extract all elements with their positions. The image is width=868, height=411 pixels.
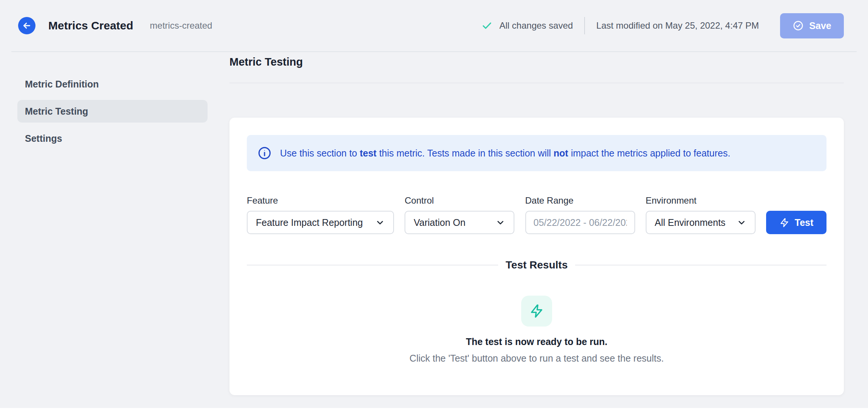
results-line-left (247, 265, 498, 265)
saved-status-text: All changes saved (499, 20, 573, 31)
sidebar-item-label: Metric Definition (25, 79, 99, 90)
ready-title: The test is now ready to be run. (466, 336, 607, 348)
section-divider (229, 83, 844, 83)
control-label: Control (405, 195, 514, 206)
results-line-right (575, 265, 826, 265)
test-config-row: Feature Feature Impact Reporting Control… (247, 195, 826, 234)
check-icon (481, 20, 492, 31)
page: Metrics Created metrics-created All chan… (0, 0, 868, 408)
section-heading: Metric Testing (229, 54, 844, 69)
check-circle-icon (793, 20, 804, 31)
ready-subtitle: Click the 'Test' button above to run a t… (409, 352, 664, 364)
last-modified-text: Last modified on May 25, 2022, 4:47 PM (596, 20, 759, 31)
page-title: Metrics Created (48, 19, 133, 32)
bolt-icon (779, 218, 790, 228)
test-button-label: Test (795, 217, 814, 228)
metric-testing-card: Use this section to test this metric. Te… (229, 118, 844, 395)
ready-state: The test is now ready to be run. Click t… (247, 273, 826, 364)
sidebar-item-label: Settings (25, 133, 62, 144)
arrow-left-icon (22, 21, 32, 31)
date-range-input[interactable] (525, 211, 635, 234)
info-banner: Use this section to test this metric. Te… (247, 135, 826, 171)
chevron-down-icon (731, 218, 746, 227)
test-results-title: Test Results (503, 259, 570, 271)
feature-select-value: Feature Impact Reporting (256, 217, 363, 228)
info-banner-text: Use this section to test this metric. Te… (280, 146, 730, 161)
environment-select-value: All Environments (655, 217, 726, 228)
chevron-down-icon (370, 218, 385, 227)
back-button[interactable] (18, 17, 35, 34)
sidebar-item-metric-testing[interactable]: Metric Testing (17, 100, 208, 123)
feature-select[interactable]: Feature Impact Reporting (247, 211, 394, 234)
page-key: metrics-created (150, 20, 212, 31)
control-select-value: Variation On (414, 217, 465, 228)
test-button[interactable]: Test (766, 211, 826, 234)
control-select[interactable]: Variation On (405, 211, 514, 234)
main-content: Metric Testing Use this section to test … (229, 52, 868, 395)
environment-label: Environment (646, 195, 756, 206)
bolt-tile (521, 296, 552, 327)
header-divider (584, 17, 585, 34)
top-header: Metrics Created metrics-created All chan… (0, 0, 868, 51)
save-button[interactable]: Save (780, 13, 844, 38)
sidebar-item-settings[interactable]: Settings (17, 127, 208, 150)
environment-select[interactable]: All Environments (646, 211, 756, 234)
chevron-down-icon (490, 218, 505, 227)
sidebar-item-metric-definition[interactable]: Metric Definition (17, 73, 208, 95)
sidebar-item-label: Metric Testing (25, 106, 88, 117)
date-range-label: Date Range (525, 195, 635, 206)
test-results-header: Test Results (247, 258, 826, 273)
sidebar-nav: Metric Definition Metric Testing Setting… (0, 52, 229, 154)
info-icon (257, 146, 272, 160)
save-button-label: Save (809, 20, 831, 31)
saved-status: All changes saved (481, 20, 573, 31)
bolt-icon (529, 304, 544, 319)
feature-label: Feature (247, 195, 394, 206)
